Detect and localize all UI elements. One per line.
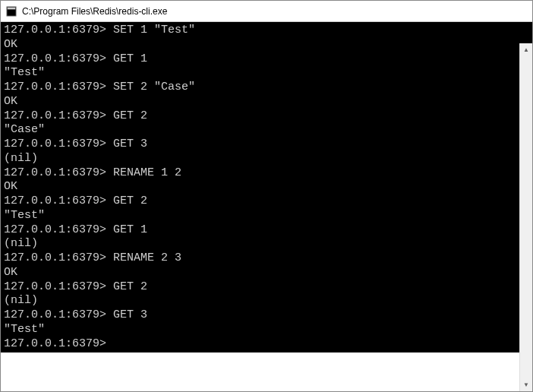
- scroll-up-button[interactable]: ▲: [520, 43, 532, 56]
- terminal-command-line: 127.0.0.1:6379> GET 3: [4, 308, 529, 323]
- terminal-output-line: (nil): [4, 237, 529, 251]
- terminal-output-line: "Test": [4, 66, 529, 81]
- svg-rect-1: [8, 7, 16, 9]
- terminal-output-line: (nil): [4, 294, 529, 308]
- scroll-track[interactable]: [520, 56, 532, 378]
- terminal-command-line: 127.0.0.1:6379> GET 1: [4, 52, 529, 67]
- terminal-command-line: 127.0.0.1:6379> GET 2: [4, 109, 529, 124]
- terminal-command-line: 127.0.0.1:6379> GET 3: [4, 138, 529, 152]
- app-icon: [5, 5, 17, 17]
- window-title: C:\Program Files\Redis\redis-cli.exe: [22, 6, 167, 17]
- terminal-output-line: "Case": [4, 123, 529, 138]
- terminal-output-line: "Test": [4, 323, 529, 337]
- content-area: 127.0.0.1:6379> SET 1 "Test"OK127.0.0.1:…: [1, 22, 532, 391]
- terminal-command-line: 127.0.0.1:6379> SET 1 "Test": [4, 24, 529, 38]
- terminal-command-line: 127.0.0.1:6379> RENAME 2 3: [4, 251, 529, 266]
- terminal-output-line: (nil): [4, 152, 529, 166]
- terminal-command-line: 127.0.0.1:6379> RENAME 1 2: [4, 166, 529, 181]
- terminal-output-line: OK: [4, 180, 529, 194]
- terminal-output-line: OK: [4, 38, 529, 52]
- terminal-output-line: OK: [4, 266, 529, 280]
- terminal-command-line: 127.0.0.1:6379> GET 2: [4, 280, 529, 295]
- terminal-command-line: 127.0.0.1:6379> GET 1: [4, 223, 529, 238]
- app-window: C:\Program Files\Redis\redis-cli.exe 127…: [0, 0, 533, 392]
- terminal-output-line: "Test": [4, 209, 529, 223]
- terminal-area: 127.0.0.1:6379> SET 1 "Test"OK127.0.0.1:…: [1, 22, 532, 391]
- terminal-command-line: 127.0.0.1:6379> SET 2 "Case": [4, 81, 529, 95]
- scroll-down-button[interactable]: ▼: [520, 378, 532, 391]
- terminal-output-line: OK: [4, 95, 529, 109]
- terminal-command-line: 127.0.0.1:6379> GET 2: [4, 194, 529, 209]
- title-bar[interactable]: C:\Program Files\Redis\redis-cli.exe: [1, 1, 532, 22]
- terminal-command-line: 127.0.0.1:6379>: [4, 337, 529, 352]
- vertical-scrollbar[interactable]: ▲ ▼: [519, 43, 532, 391]
- terminal[interactable]: 127.0.0.1:6379> SET 1 "Test"OK127.0.0.1:…: [1, 22, 532, 352]
